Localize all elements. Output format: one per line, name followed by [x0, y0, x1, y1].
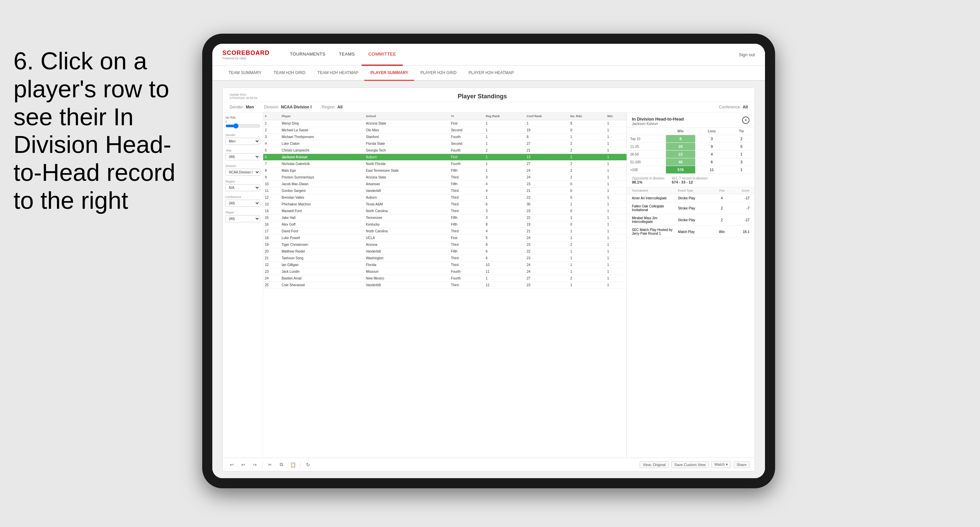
cell-yr: Third	[449, 228, 484, 235]
opponents-value: 98.1%	[632, 180, 665, 184]
table-row[interactable]: 8 Mats Ege East Tennessee State Fifth 1 …	[263, 167, 627, 174]
cell-no-rds: 1	[568, 235, 606, 241]
cell-rank: 19	[263, 241, 280, 248]
tab-player-summary[interactable]: PLAYER SUMMARY	[364, 66, 414, 81]
table-row[interactable]: 14 Maxwell Ford North Carolina Third 3 2…	[263, 208, 627, 214]
close-panel-button[interactable]: ×	[742, 116, 749, 124]
table-row[interactable]: 25 Cole Sherwood Vanderbilt Third 12 23 …	[263, 282, 627, 289]
table-area: # Player School Yr Reg Rank Conf Rank No…	[263, 113, 627, 458]
gender-select[interactable]: Men Women	[226, 138, 260, 145]
sidebar-no-rds: No Rds. 6	[226, 116, 260, 129]
table-row[interactable]: 4 Luke Claton Florida State Second 1 27 …	[263, 140, 627, 147]
table-row[interactable]: 10 Jacob Mac-Diwan Arkansas Fifth 4 23 0…	[263, 181, 627, 187]
conference-select[interactable]: (All)	[226, 200, 260, 207]
save-custom-button[interactable]: Save Custom View	[671, 461, 709, 468]
table-row[interactable]: 18 Luke Powell UCLA First 5 24 1 1	[263, 235, 627, 241]
table-row[interactable]: 24 Bastien Amat New Mexico Fourth 1 27 2…	[263, 275, 627, 282]
redo-button[interactable]: ↩	[239, 461, 247, 469]
tournament-item[interactable]: SEC Match Play Hosted by Jerry Pate Roun…	[627, 226, 754, 238]
tab-team-h2h-heatmap[interactable]: TEAM H2H HEATMAP	[312, 66, 364, 81]
no-rds-slider[interactable]	[226, 123, 260, 129]
table-row[interactable]: 21 Taehoon Song Washington Third 6 23 1 …	[263, 255, 627, 262]
cell-school: Arkansas	[364, 181, 449, 187]
watch-button[interactable]: Watch ▾	[711, 461, 731, 468]
h2h-tie: 3	[728, 158, 754, 166]
cell-win: 1	[606, 147, 627, 154]
tab-team-summary[interactable]: TEAM SUMMARY	[223, 66, 267, 81]
copy-button[interactable]: ⧉	[277, 461, 285, 469]
tournament-item[interactable]: Mirabel Maui Jim Intercollegiate Stroke …	[627, 214, 754, 226]
tournament-item[interactable]: Amer Ari Intercollegiate Stroke Play 4 -…	[627, 194, 754, 202]
tab-team-h2h-grid[interactable]: TEAM H2H GRID	[267, 66, 312, 81]
col-reg-rank: Reg Rank	[484, 113, 525, 120]
cell-player: Jacob Mac-Diwan	[280, 181, 364, 187]
cell-win: 1	[606, 140, 627, 147]
sign-out-button[interactable]: Sign out	[739, 52, 755, 57]
bottom-toolbar: ↩ ↩ ↪ ✂ ⧉ 📋 ↻ View: Original Save Custo	[223, 458, 754, 471]
sidebar-conference: Conference (All)	[226, 195, 260, 207]
undo-button[interactable]: ↩	[228, 461, 236, 469]
toolbar-sep-2	[300, 461, 301, 468]
table-row[interactable]: 16 Alex Goff Kentucky Fifth 8 19 0 1	[263, 221, 627, 228]
cell-player: Jake Hall	[280, 214, 364, 221]
tournament-item[interactable]: Fallen Oak Collegiate Invitational Strok…	[627, 202, 754, 214]
tournament-name: Amer Ari Intercollegiate	[632, 196, 678, 200]
table-row[interactable]: 11 Gordon Sargent Vanderbilt Third 4 21 …	[263, 187, 627, 194]
cell-rank: 13	[263, 201, 280, 208]
division-select[interactable]: NCAA Division I NCAA Division II NCAA Di…	[226, 169, 260, 176]
instruction-text: 6. Click on a player's row to see their …	[0, 40, 196, 221]
nav-committee[interactable]: COMMITTEE	[361, 44, 403, 66]
table-row[interactable]: 6 Jackson Koivun Auburn First 1 13 1 1	[263, 154, 627, 160]
h2h-loss: 6	[695, 158, 728, 166]
sidebar-player-label: Player	[226, 211, 260, 214]
cell-school: North Carolina	[364, 208, 449, 214]
year-select[interactable]: (All) 2024 2023	[226, 153, 260, 160]
table-row[interactable]: 17 David Ford North Carolina Third 4 21 …	[263, 228, 627, 235]
table-row[interactable]: 23 Jack Lundin Missouri Fourth 11 24 1 1	[263, 268, 627, 275]
cell-no-rds: 0	[568, 181, 606, 187]
table-row[interactable]: 1 Wenyi Ding Arizona State First 1 1 8 1	[263, 120, 627, 127]
tournament-type: Match Play	[678, 230, 713, 234]
sidebar-division: Division NCAA Division I NCAA Division I…	[226, 164, 260, 176]
tab-player-h2h-heatmap[interactable]: PLAYER H2H HEATMAP	[463, 66, 520, 81]
refresh-button[interactable]: ↻	[304, 461, 312, 469]
cell-conf-rank: 23	[525, 241, 569, 248]
nav-teams[interactable]: TEAMS	[332, 44, 361, 66]
card-body: No Rds. 6 Gender Men Women Ye	[223, 113, 754, 458]
paste-button[interactable]: 📋	[289, 461, 297, 469]
table-row[interactable]: 19 Tiger Christensen Arizona Third 8 23 …	[263, 241, 627, 248]
player-select[interactable]: (All)	[226, 215, 260, 222]
table-row[interactable]: 12 Brendan Valles Auburn Third 1 22 0 1	[263, 194, 627, 201]
forward-button[interactable]: ↪	[251, 461, 259, 469]
cell-player: Taehoon Song	[280, 255, 364, 262]
cell-reg-rank: 1	[484, 194, 525, 201]
filter-region-value: All	[337, 105, 342, 110]
cell-reg-rank: 2	[484, 147, 525, 154]
scissors-button[interactable]: ✂	[266, 461, 274, 469]
region-select[interactable]: N/A All East West	[226, 184, 260, 191]
h2h-loss: 9	[695, 143, 728, 151]
view-original-button[interactable]: View: Original	[640, 461, 668, 468]
table-row[interactable]: 2 Michael La Sasse Ole Miss Second 1 19 …	[263, 127, 627, 134]
cell-conf-rank: 21	[525, 187, 569, 194]
table-row[interactable]: 3 Michael Thorbjornsen Stanford Fourth 1…	[263, 134, 627, 140]
cell-reg-rank: 1	[484, 127, 525, 134]
cell-no-rds: 2	[568, 241, 606, 248]
nav-tournaments[interactable]: TOURNAMENTS	[283, 44, 332, 66]
cell-school: Georgia Tech	[364, 147, 449, 154]
cell-no-rds: 2	[568, 147, 606, 154]
table-row[interactable]: 5 Christo Lamprecht Georgia Tech Fourth …	[263, 147, 627, 154]
panel-player-name: Jackson Koivun	[632, 122, 684, 125]
table-row[interactable]: 9 Preston Summerhays Arizona State Third…	[263, 174, 627, 181]
table-row[interactable]: 15 Jake Hall Tennessee Fifth 3 22 1 1	[263, 214, 627, 221]
share-button[interactable]: Share	[733, 461, 749, 468]
table-row[interactable]: 7 Nicholas Gabrelcik North Florida Fourt…	[263, 160, 627, 167]
table-row[interactable]: 20 Matthew Riedel Vanderbilt Fifth 6 22 …	[263, 248, 627, 255]
cell-conf-rank: 22	[525, 214, 569, 221]
table-row[interactable]: 22 Ian Gilligan Florida Third 10 24 1 1	[263, 262, 627, 268]
tab-player-h2h-grid[interactable]: PLAYER H2H GRID	[414, 66, 462, 81]
cell-no-rds: 2	[568, 160, 606, 167]
cell-reg-rank: 1	[484, 275, 525, 282]
table-row[interactable]: 13 Phichaksn Maichon Texas A&M Third 6 3…	[263, 201, 627, 208]
cell-conf-rank: 24	[525, 174, 569, 181]
